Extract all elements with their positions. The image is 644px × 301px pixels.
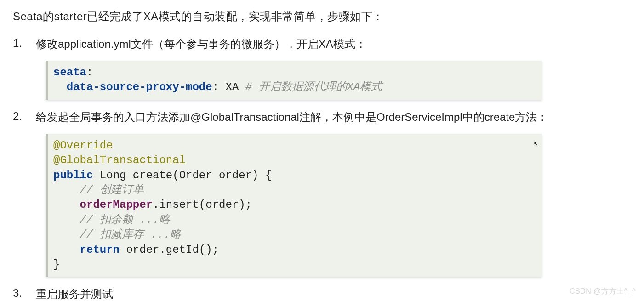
step-2-text: 给发起全局事务的入口方法添加@GlobalTransactional注解，本例中…	[36, 111, 548, 123]
yaml-colon2: :	[212, 81, 219, 93]
intro-text: Seata的starter已经完成了XA模式的自动装配，实现非常简单，步骤如下：	[13, 9, 631, 24]
java-anno-global: @GlobalTransactional	[53, 154, 186, 166]
java-code-block: ↖@Override @GlobalTransactional public L…	[46, 134, 542, 277]
yaml-comment-text: 开启数据源代理的XA模式	[259, 81, 382, 93]
step-3: 重启服务并测试	[13, 287, 631, 301]
java-comment-3: // 扣减库存 ...略	[80, 228, 182, 241]
yaml-colon1: :	[86, 66, 93, 79]
java-kw-public: public	[53, 169, 93, 182]
java-comment-1: // 创建订单	[80, 184, 144, 196]
watermark: CSDN @方方土^_^	[570, 287, 636, 296]
yaml-comment: # 开启数据源代理的XA模式	[245, 81, 382, 93]
yaml-value-xa: XA	[219, 81, 245, 93]
java-kw-return: return	[80, 244, 120, 256]
java-return-rest: order.getId();	[120, 244, 219, 256]
yaml-key-seata: seata	[53, 66, 86, 79]
yaml-comment-marker: #	[245, 81, 259, 93]
java-comment-2: // 扣余额 ...略	[80, 214, 171, 226]
yaml-code-block: seata: data-source-proxy-mode: XA # 开启数据…	[46, 61, 542, 100]
step-1: 修改application.yml文件（每个参与事务的微服务），开启XA模式： …	[13, 37, 631, 100]
java-insert-rest: .insert(order);	[153, 199, 252, 211]
java-close-brace: }	[53, 258, 60, 271]
cursor-icon: ↖	[534, 139, 538, 149]
java-field-ordermapper: orderMapper	[80, 199, 153, 211]
steps-list: 修改application.yml文件（每个参与事务的微服务），开启XA模式： …	[13, 37, 631, 301]
yaml-key-proxy-mode: data-source-proxy-mode	[67, 81, 212, 93]
step-1-text: 修改application.yml文件（每个参与事务的微服务），开启XA模式：	[36, 38, 366, 50]
step-2: 给发起全局事务的入口方法添加@GlobalTransactional注解，本例中…	[13, 110, 631, 277]
java-sig-rest: Long create(Order order) {	[93, 169, 272, 182]
java-anno-override: @Override	[53, 139, 113, 152]
step-3-text: 重启服务并测试	[36, 288, 113, 300]
